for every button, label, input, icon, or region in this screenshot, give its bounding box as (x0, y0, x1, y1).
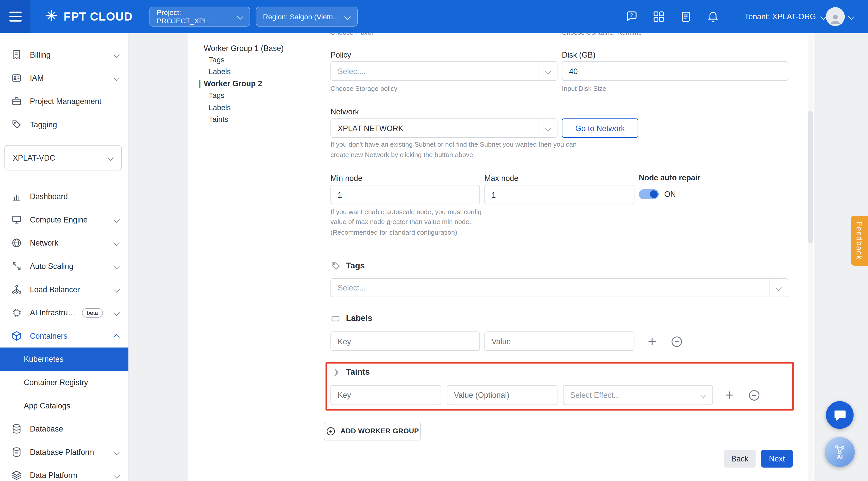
sidebar-item-network[interactable]: Network (0, 231, 128, 255)
step-worker-group-2-tags[interactable]: Tags (204, 90, 284, 101)
cropped-runtime-hint: Choose Container Runtime (562, 33, 642, 36)
node-auto-repair-toggle[interactable] (639, 189, 659, 199)
hamburger-menu-button[interactable] (0, 0, 30, 33)
disk-label: Disk (GB) (562, 50, 595, 59)
project-selector[interactable]: Project: PROJECT_XPL... (150, 7, 250, 27)
add-worker-group-button[interactable]: ADD WORKER GROUP (324, 422, 421, 440)
chevron-down-icon (539, 62, 557, 80)
taints-effect-placeholder: Select Effect... (570, 391, 695, 399)
database-platform-icon (11, 447, 22, 458)
step-worker-group-2-labels[interactable]: Labels (204, 101, 284, 114)
apps-grid-icon[interactable] (652, 10, 665, 23)
step-worker-group-1-labels[interactable]: Labels (204, 66, 284, 78)
chat-support-button[interactable] (826, 401, 854, 429)
sidebar-item-kubernetes[interactable]: Kubernetes (0, 348, 128, 371)
labels-add-row-button[interactable] (645, 335, 659, 348)
sidebar-item-billing[interactable]: Billing (0, 43, 128, 66)
next-button[interactable]: Next (761, 450, 793, 468)
sidebar-item-ai-infrastructure[interactable]: AI Infrastructure beta (0, 301, 128, 324)
sidebar: Billing IAM Project Management Tagging X… (0, 33, 129, 481)
back-button[interactable]: Back (724, 450, 755, 468)
chevron-up-icon (114, 333, 120, 339)
chevron-down-icon (539, 119, 557, 137)
project-management-icon (11, 96, 22, 107)
content-scrollbar-thumb[interactable] (808, 110, 812, 243)
sidebar-item-label: Network (30, 238, 106, 247)
sidebar-item-dashboard[interactable]: Dashboard (0, 185, 128, 208)
labels-icon (331, 314, 340, 324)
notifications-bell-icon[interactable] (706, 10, 719, 23)
sidebar-item-load-balancer[interactable]: Load Balancer (0, 278, 128, 301)
taints-add-row-button[interactable] (723, 388, 736, 402)
taints-effect-select[interactable]: Select Effect... (563, 385, 713, 405)
feedback-tab[interactable]: Feedback (851, 216, 868, 266)
sidebar-item-auto-scaling[interactable]: Auto Scaling (0, 254, 128, 278)
taints-value-input[interactable] (447, 385, 557, 405)
min-node-label: Min node (331, 174, 363, 183)
tagging-icon (11, 119, 22, 130)
region-selector[interactable]: Region: Saigon (Vietn... (256, 7, 358, 27)
chevron-down-icon (114, 75, 120, 81)
sidebar-item-project-management[interactable]: Project Management (0, 90, 128, 113)
documents-icon[interactable] (679, 10, 692, 23)
node-auto-repair-state: ON (664, 190, 676, 199)
taints-remove-row-button[interactable] (747, 388, 761, 402)
sidebar-item-database-platform[interactable]: Database Platform (0, 440, 128, 464)
min-node-input[interactable] (331, 185, 480, 204)
max-node-label: Max node (484, 174, 518, 183)
policy-select[interactable]: Select... (331, 61, 557, 81)
labels-remove-row-button[interactable] (670, 335, 683, 348)
network-label: Network (331, 107, 359, 116)
ai-infrastructure-icon (11, 307, 22, 318)
user-avatar[interactable] (826, 7, 845, 26)
step-worker-group-2-taints[interactable]: Taints (204, 114, 284, 125)
avatar-chevron-down-icon[interactable] (849, 14, 854, 20)
chevron-down-icon (114, 449, 120, 455)
tenant-selector[interactable]: Tenant: XPLAT-ORG (745, 0, 827, 33)
beta-badge: beta (82, 308, 103, 317)
sidebar-item-containers[interactable]: Containers (0, 324, 128, 348)
sidebar-item-label: Auto Scaling (30, 262, 106, 271)
chevron-down-icon (114, 310, 120, 315)
containers-cube-icon (11, 330, 22, 342)
node-auto-repair-label: Node auto repair (639, 173, 701, 182)
minus-circle-icon (670, 335, 683, 348)
step-worker-group-2[interactable]: Worker Group 2 (204, 77, 284, 90)
sidebar-item-compute-engine[interactable]: Compute Engine (0, 208, 128, 231)
labels-key-input[interactable] (331, 331, 480, 351)
sidebar-item-database[interactable]: Database (0, 417, 128, 441)
project-selector-label: Project: PROJECT_XPL... (157, 8, 237, 25)
sidebar-item-iam[interactable]: IAM (0, 66, 128, 90)
step-worker-group-1[interactable]: Worker Group 1 (Base) (204, 42, 284, 54)
sidebar-item-container-registry[interactable]: Container Registry (0, 371, 128, 394)
iam-icon (11, 72, 22, 84)
vdc-selector[interactable]: XPLAT-VDC (4, 145, 122, 170)
chevron-down-icon (108, 155, 114, 161)
chevron-down-icon (821, 14, 826, 20)
svg-text:?: ? (630, 12, 633, 18)
sidebar-item-label: Container Registry (24, 378, 120, 387)
go-to-network-button[interactable]: Go to Network (562, 119, 638, 138)
network-select[interactable]: XPLAT-NETWORK (331, 119, 557, 138)
tags-select[interactable]: Select... (331, 278, 788, 297)
brand-name: FPT CLOUD (64, 10, 133, 23)
labels-value-input[interactable] (484, 331, 634, 351)
taints-icon (331, 367, 340, 377)
sidebar-item-label: IAM (30, 73, 106, 83)
taints-key-input[interactable] (331, 385, 441, 405)
sidebar-item-data-platform[interactable]: Data Platform (0, 464, 128, 481)
sidebar-item-label: App Catalogs (24, 401, 120, 410)
brand-logo[interactable]: FPT CLOUD (44, 0, 132, 33)
step-worker-group-1-tags[interactable]: Tags (204, 54, 284, 66)
ai-assistant-button[interactable]: AI (825, 437, 855, 467)
compute-engine-icon (11, 214, 22, 225)
sidebar-item-app-catalogs[interactable]: App Catalogs (0, 394, 128, 417)
support-chat-icon[interactable]: ? (625, 10, 638, 23)
max-node-input[interactable] (484, 185, 634, 204)
sidebar-item-label: Database (30, 424, 120, 433)
main-content-card: Choose Flavor Choose Container Runtime W… (188, 33, 814, 481)
sidebar-item-tagging[interactable]: Tagging (0, 113, 128, 136)
tags-section-title: Tags (346, 261, 365, 270)
data-platform-icon (11, 470, 22, 481)
disk-size-input[interactable] (562, 61, 788, 81)
